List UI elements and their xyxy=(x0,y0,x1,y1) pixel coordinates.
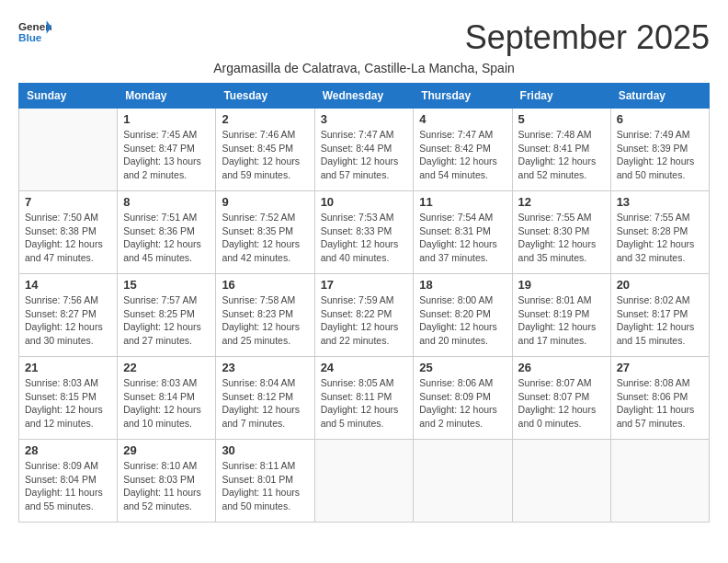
logo-icon: General Blue xyxy=(18,18,51,44)
day-info: Sunrise: 8:04 AMSunset: 8:12 PMDaylight:… xyxy=(222,376,308,431)
day-info: Sunrise: 8:00 AMSunset: 8:20 PMDaylight:… xyxy=(419,293,506,348)
day-number: 20 xyxy=(617,278,703,292)
week-row-1: 1Sunrise: 7:45 AMSunset: 8:47 PMDaylight… xyxy=(19,109,710,191)
day-info: Sunrise: 7:46 AMSunset: 8:45 PMDaylight:… xyxy=(222,128,308,182)
calendar-cell: 22Sunrise: 8:03 AMSunset: 8:14 PMDayligh… xyxy=(118,357,216,440)
calendar-cell xyxy=(414,440,512,523)
day-info: Sunrise: 7:56 AMSunset: 8:27 PMDaylight:… xyxy=(25,293,111,348)
calendar-cell: 16Sunrise: 7:58 AMSunset: 8:23 PMDayligh… xyxy=(216,274,314,357)
weekday-header-saturday: Saturday xyxy=(610,84,709,109)
day-info: Sunrise: 8:03 AMSunset: 8:15 PMDaylight:… xyxy=(25,376,111,431)
day-number: 8 xyxy=(123,195,210,209)
day-info: Sunrise: 8:08 AMSunset: 8:06 PMDaylight:… xyxy=(617,376,703,431)
location-title: Argamasilla de Calatrava, Castille-La Ma… xyxy=(18,61,710,75)
calendar-cell: 6Sunrise: 7:49 AMSunset: 8:39 PMDaylight… xyxy=(610,109,709,191)
weekday-header-wednesday: Wednesday xyxy=(314,84,414,109)
day-number: 6 xyxy=(617,112,703,126)
day-info: Sunrise: 7:55 AMSunset: 8:30 PMDaylight:… xyxy=(518,211,605,265)
day-info: Sunrise: 8:10 AMSunset: 8:03 PMDaylight:… xyxy=(123,459,210,513)
calendar-cell: 14Sunrise: 7:56 AMSunset: 8:27 PMDayligh… xyxy=(19,274,118,357)
day-info: Sunrise: 8:03 AMSunset: 8:14 PMDaylight:… xyxy=(123,376,210,431)
day-number: 3 xyxy=(321,112,408,126)
day-number: 7 xyxy=(25,195,111,209)
day-number: 22 xyxy=(123,361,210,374)
weekday-header-tuesday: Tuesday xyxy=(216,84,314,109)
calendar-cell xyxy=(512,440,610,523)
calendar-cell: 10Sunrise: 7:53 AMSunset: 8:33 PMDayligh… xyxy=(314,191,414,274)
day-info: Sunrise: 8:02 AMSunset: 8:17 PMDaylight:… xyxy=(617,293,703,348)
day-number: 26 xyxy=(518,361,605,374)
day-info: Sunrise: 7:48 AMSunset: 8:41 PMDaylight:… xyxy=(518,128,605,182)
week-row-5: 28Sunrise: 8:09 AMSunset: 8:04 PMDayligh… xyxy=(19,440,710,523)
calendar-cell: 13Sunrise: 7:55 AMSunset: 8:28 PMDayligh… xyxy=(610,191,709,274)
day-info: Sunrise: 7:54 AMSunset: 8:31 PMDaylight:… xyxy=(419,211,506,265)
day-number: 10 xyxy=(321,195,408,209)
weekday-header-thursday: Thursday xyxy=(414,84,512,109)
week-row-3: 14Sunrise: 7:56 AMSunset: 8:27 PMDayligh… xyxy=(19,274,710,357)
day-number: 13 xyxy=(617,195,703,209)
day-number: 17 xyxy=(321,278,408,292)
day-info: Sunrise: 7:50 AMSunset: 8:38 PMDaylight:… xyxy=(25,211,111,265)
calendar-cell: 30Sunrise: 8:11 AMSunset: 8:01 PMDayligh… xyxy=(216,440,314,523)
day-number: 25 xyxy=(419,361,506,374)
day-info: Sunrise: 8:07 AMSunset: 8:07 PMDaylight:… xyxy=(518,376,605,431)
weekday-header-row: SundayMondayTuesdayWednesdayThursdayFrid… xyxy=(19,84,710,109)
day-number: 27 xyxy=(617,361,703,374)
day-info: Sunrise: 8:05 AMSunset: 8:11 PMDaylight:… xyxy=(321,376,408,431)
calendar-cell: 20Sunrise: 8:02 AMSunset: 8:17 PMDayligh… xyxy=(610,274,709,357)
day-number: 30 xyxy=(222,443,308,457)
calendar-cell xyxy=(610,440,709,523)
day-number: 14 xyxy=(25,278,111,292)
weekday-header-sunday: Sunday xyxy=(19,84,118,109)
calendar-cell: 17Sunrise: 7:59 AMSunset: 8:22 PMDayligh… xyxy=(314,274,414,357)
calendar-cell: 23Sunrise: 8:04 AMSunset: 8:12 PMDayligh… xyxy=(216,357,314,440)
day-info: Sunrise: 7:45 AMSunset: 8:47 PMDaylight:… xyxy=(123,128,210,182)
day-number: 1 xyxy=(123,112,210,126)
day-number: 11 xyxy=(419,195,506,209)
logo: General Blue xyxy=(18,18,53,44)
day-info: Sunrise: 7:52 AMSunset: 8:35 PMDaylight:… xyxy=(222,211,308,265)
day-info: Sunrise: 7:47 AMSunset: 8:42 PMDaylight:… xyxy=(419,128,506,182)
day-number: 4 xyxy=(419,112,506,126)
calendar-cell: 11Sunrise: 7:54 AMSunset: 8:31 PMDayligh… xyxy=(414,191,512,274)
calendar-cell: 24Sunrise: 8:05 AMSunset: 8:11 PMDayligh… xyxy=(314,357,414,440)
day-info: Sunrise: 7:49 AMSunset: 8:39 PMDaylight:… xyxy=(617,128,703,182)
day-number: 18 xyxy=(419,278,506,292)
day-info: Sunrise: 7:57 AMSunset: 8:25 PMDaylight:… xyxy=(123,293,210,348)
day-number: 9 xyxy=(222,195,308,209)
calendar-cell: 5Sunrise: 7:48 AMSunset: 8:41 PMDaylight… xyxy=(512,109,610,191)
calendar-cell xyxy=(19,109,118,191)
day-info: Sunrise: 8:09 AMSunset: 8:04 PMDaylight:… xyxy=(25,459,111,513)
day-info: Sunrise: 7:51 AMSunset: 8:36 PMDaylight:… xyxy=(123,211,210,265)
day-number: 12 xyxy=(518,195,605,209)
day-info: Sunrise: 8:11 AMSunset: 8:01 PMDaylight:… xyxy=(222,459,308,513)
day-number: 2 xyxy=(222,112,308,126)
day-info: Sunrise: 7:55 AMSunset: 8:28 PMDaylight:… xyxy=(617,211,703,265)
day-number: 29 xyxy=(123,443,210,457)
calendar-cell: 4Sunrise: 7:47 AMSunset: 8:42 PMDaylight… xyxy=(414,109,512,191)
calendar-cell: 7Sunrise: 7:50 AMSunset: 8:38 PMDaylight… xyxy=(19,191,118,274)
calendar-cell: 12Sunrise: 7:55 AMSunset: 8:30 PMDayligh… xyxy=(512,191,610,274)
day-number: 15 xyxy=(123,278,210,292)
calendar-cell: 9Sunrise: 7:52 AMSunset: 8:35 PMDaylight… xyxy=(216,191,314,274)
weekday-header-monday: Monday xyxy=(118,84,216,109)
calendar-cell: 26Sunrise: 8:07 AMSunset: 8:07 PMDayligh… xyxy=(512,357,610,440)
day-info: Sunrise: 7:47 AMSunset: 8:44 PMDaylight:… xyxy=(321,128,408,182)
calendar-table: SundayMondayTuesdayWednesdayThursdayFrid… xyxy=(18,83,710,523)
calendar-cell: 21Sunrise: 8:03 AMSunset: 8:15 PMDayligh… xyxy=(19,357,118,440)
day-number: 5 xyxy=(518,112,605,126)
calendar-cell: 19Sunrise: 8:01 AMSunset: 8:19 PMDayligh… xyxy=(512,274,610,357)
week-row-4: 21Sunrise: 8:03 AMSunset: 8:15 PMDayligh… xyxy=(19,357,710,440)
calendar-cell: 18Sunrise: 8:00 AMSunset: 8:20 PMDayligh… xyxy=(414,274,512,357)
day-number: 28 xyxy=(25,443,111,457)
day-info: Sunrise: 7:58 AMSunset: 8:23 PMDaylight:… xyxy=(222,293,308,348)
weekday-header-friday: Friday xyxy=(512,84,610,109)
day-info: Sunrise: 7:59 AMSunset: 8:22 PMDaylight:… xyxy=(321,293,408,348)
calendar-body: 1Sunrise: 7:45 AMSunset: 8:47 PMDaylight… xyxy=(19,109,710,523)
calendar-cell: 2Sunrise: 7:46 AMSunset: 8:45 PMDaylight… xyxy=(216,109,314,191)
calendar-cell: 25Sunrise: 8:06 AMSunset: 8:09 PMDayligh… xyxy=(414,357,512,440)
month-title: September 2025 xyxy=(465,18,710,57)
calendar-cell: 8Sunrise: 7:51 AMSunset: 8:36 PMDaylight… xyxy=(118,191,216,274)
day-info: Sunrise: 8:06 AMSunset: 8:09 PMDaylight:… xyxy=(419,376,506,431)
svg-text:Blue: Blue xyxy=(18,31,42,43)
